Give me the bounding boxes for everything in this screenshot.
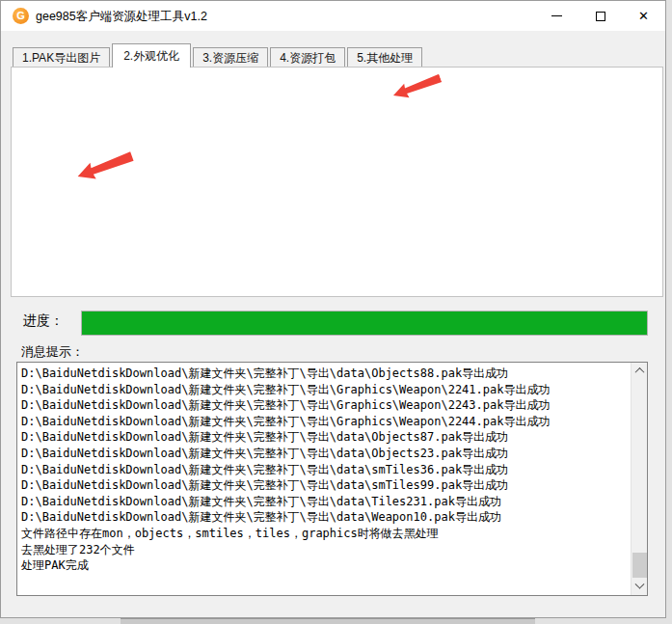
close-button[interactable]: ✕ (622, 1, 665, 31)
log-line: D:\BaiduNetdiskDownload\新建文件夹\完整补丁\导出\da… (21, 509, 627, 526)
close-icon: ✕ (638, 10, 649, 22)
tab-other[interactable]: 5.其他处理 (347, 47, 422, 68)
maximize-icon (596, 12, 605, 21)
maximize-button[interactable] (578, 1, 622, 31)
scroll-up-icon (635, 367, 645, 377)
messages-label: 消息提示： (21, 343, 84, 361)
log-scrollbar[interactable] (631, 363, 647, 595)
log-line: 文件路径中存在mon，objects，smtiles，tiles，graphic… (21, 526, 627, 542)
tab-appearance-optimize[interactable]: 2.外观优化 (112, 43, 191, 68)
window-title: gee985客户端资源处理工具v1.2 (36, 9, 207, 25)
screen: G gee985客户端资源处理工具v1.2 ✕ 1.PAK导出图片 2.外观优化… (0, 0, 672, 624)
tab-strip: 1.PAK导出图片 2.外观优化 3.资源压缩 4.资源打包 5.其他处理 (13, 43, 424, 68)
tab-resource-pack[interactable]: 4.资源打包 (270, 47, 345, 68)
background-window-edge (121, 618, 535, 624)
app-icon: G (13, 8, 29, 24)
tab-pak-export[interactable]: 1.PAK导出图片 (13, 47, 110, 68)
message-log-content: D:\BaiduNetdiskDownload\新建文件夹\完整补丁\导出\da… (17, 363, 631, 595)
progress-label: 进度： (23, 312, 64, 330)
log-line: D:\BaiduNetdiskDownload\新建文件夹\完整补丁\导出\Gr… (21, 397, 627, 414)
progress-fill (82, 312, 647, 335)
tab-page-appearance (11, 67, 663, 297)
log-line: D:\BaiduNetdiskDownload\新建文件夹\完整补丁\导出\da… (21, 446, 627, 462)
scrollbar-thumb[interactable] (632, 553, 647, 578)
tab-resource-compress[interactable]: 3.资源压缩 (193, 47, 268, 68)
log-line: D:\BaiduNetdiskDownload\新建文件夹\完整补丁\导出\Gr… (21, 414, 627, 430)
log-line: D:\BaiduNetdiskDownload\新建文件夹\完整补丁\导出\da… (21, 462, 627, 478)
scroll-down-button[interactable] (632, 579, 648, 595)
log-line: 处理PAK完成 (21, 557, 627, 574)
title-bar[interactable]: G gee985客户端资源处理工具v1.2 ✕ (1, 1, 665, 31)
log-line: D:\BaiduNetdiskDownload\新建文件夹\完整补丁\导出\Gr… (21, 382, 627, 398)
progress-bar (81, 311, 648, 336)
log-line: D:\BaiduNetdiskDownload\新建文件夹\完整补丁\导出\da… (21, 477, 627, 494)
log-line: D:\BaiduNetdiskDownload\新建文件夹\完整补丁\导出\da… (21, 494, 627, 510)
app-window: G gee985客户端资源处理工具v1.2 ✕ 1.PAK导出图片 2.外观优化… (0, 0, 666, 618)
minimize-icon (551, 15, 562, 16)
scroll-down-icon (635, 580, 645, 589)
log-line: D:\BaiduNetdiskDownload\新建文件夹\完整补丁\导出\da… (21, 366, 627, 382)
log-line: D:\BaiduNetdiskDownload\新建文件夹\完整补丁\导出\da… (21, 429, 627, 446)
log-line: 去黑处理了232个文件 (21, 542, 627, 558)
minimize-button[interactable] (535, 1, 578, 31)
message-log[interactable]: D:\BaiduNetdiskDownload\新建文件夹\完整补丁\导出\da… (16, 362, 648, 596)
scroll-up-button[interactable] (632, 363, 648, 379)
